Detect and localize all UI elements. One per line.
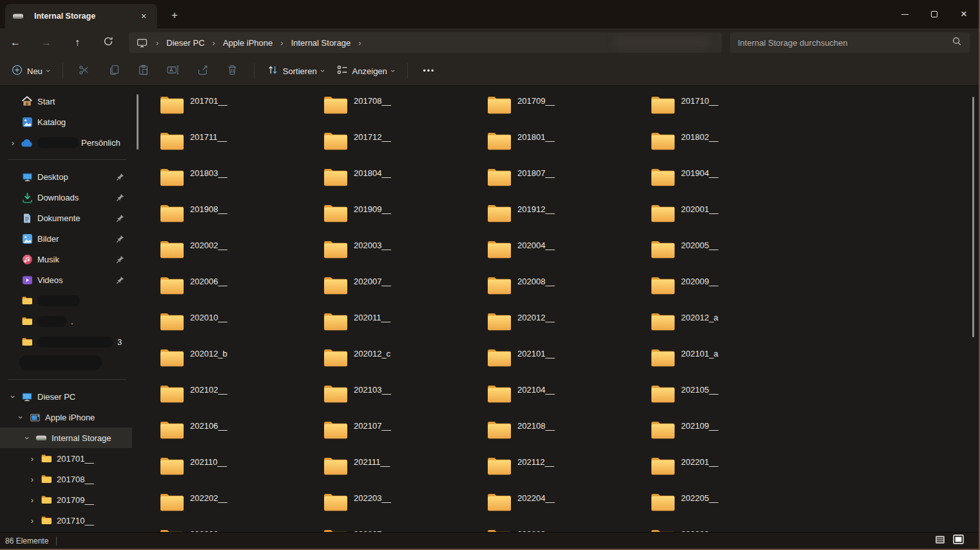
folder-item-202105[interactable]: 202105__ (649, 375, 812, 411)
folder-item-202006[interactable]: 202006__ (158, 267, 322, 303)
folder-item-202004[interactable]: 202004__ (485, 231, 649, 267)
folder-item-202008[interactable]: 202008__ (485, 267, 649, 303)
folder-item-202111[interactable]: 202111__ (322, 447, 485, 484)
sidebar-item-katalog[interactable]: Katalog (0, 112, 132, 132)
back-button[interactable]: ← (3, 31, 28, 54)
breadcrumb-internal-storage[interactable]: Internal Storage (287, 36, 355, 50)
tab-close-icon[interactable]: × (137, 9, 151, 23)
folder-item-201908[interactable]: 201908__ (158, 195, 322, 231)
sidebar-item-dieser-pc[interactable]: ›Dieser PC (0, 386, 132, 407)
new-button[interactable]: Neu › (5, 59, 56, 83)
icons-view-button[interactable] (952, 535, 965, 546)
search-input[interactable] (738, 38, 952, 48)
folder-item-201804[interactable]: 201804__ (322, 159, 485, 195)
folder-item-202204[interactable]: 202204__ (485, 484, 649, 520)
sidebar-item-redacted[interactable]: 3 (0, 331, 132, 352)
sidebar-item-201701[interactable]: ›201701__ (0, 448, 132, 469)
sort-button[interactable]: Sortieren › (261, 59, 331, 83)
chevron-right-icon[interactable]: › (31, 496, 34, 504)
breadcrumb[interactable]: › Dieser PC › Apple iPhone › Internal St… (129, 32, 722, 53)
folder-item-202002[interactable]: 202002__ (158, 231, 322, 267)
sidebar-item-videos[interactable]: Videos (0, 270, 132, 290)
folder-item-201711[interactable]: 201711__ (158, 123, 322, 159)
folder-item-202107[interactable]: 202107__ (322, 411, 485, 447)
folder-item-201710[interactable]: 201710__ (649, 86, 812, 123)
sidebar-item-201710[interactable]: ›201710__ (0, 510, 132, 531)
sidebar-item-desktop[interactable]: Desktop (0, 166, 132, 187)
rename-button[interactable] (159, 59, 188, 83)
sidebar-item-start[interactable]: Start (0, 91, 132, 112)
chevron-right-icon[interactable]: › (31, 516, 34, 525)
folder-item-202104[interactable]: 202104__ (485, 375, 649, 411)
folder-item-202202[interactable]: 202202__ (158, 484, 322, 520)
breadcrumb-dieser-pc[interactable]: Dieser PC (162, 36, 208, 50)
folder-item-202101[interactable]: 202101__ (485, 339, 649, 375)
folder-item-201701[interactable]: 201701__ (158, 86, 322, 123)
sidebar-scrollbar[interactable] (137, 94, 139, 150)
more-options-button[interactable]: ••• (414, 59, 444, 83)
chevron-right-icon[interactable]: › (31, 475, 34, 484)
folder-item-202201[interactable]: 202201__ (649, 447, 812, 484)
folder-item-202012-a[interactable]: 202012_a (649, 303, 812, 339)
folder-item-202110[interactable]: 202110__ (158, 447, 322, 484)
folder-item-201801[interactable]: 201801__ (485, 123, 649, 159)
details-view-button[interactable] (934, 535, 946, 546)
folder-item-201909[interactable]: 201909__ (322, 195, 485, 231)
folder-item-201912[interactable]: 201912__ (485, 195, 649, 231)
refresh-button[interactable] (95, 31, 121, 54)
folder-item-202007[interactable]: 202007__ (322, 267, 485, 303)
sidebar-item-redacted[interactable] (0, 290, 132, 311)
sidebar-item-redacted[interactable]: . (0, 311, 132, 331)
folder-item-202101-a[interactable]: 202101_a (649, 339, 812, 375)
sidebar-item-apple-iphone[interactable]: ›Apple iPhone (0, 407, 132, 427)
search-box[interactable] (730, 32, 970, 53)
folder-item-201807[interactable]: 201807__ (485, 159, 649, 195)
folder-item-202010[interactable]: 202010__ (158, 303, 322, 339)
tab-internal-storage[interactable]: Internal Storage × (5, 4, 157, 28)
chevron-right-icon[interactable]: › (31, 455, 34, 463)
sidebar-item-internal-storage[interactable]: ›Internal Storage (0, 427, 132, 448)
sidebar-item-bilder[interactable]: Bilder (0, 228, 132, 249)
main-scrollbar[interactable] (972, 97, 974, 337)
view-button[interactable]: Anzeigen › (331, 59, 401, 83)
folder-item-202206[interactable]: 202206__ (158, 520, 322, 532)
folder-item-202208[interactable]: 202208__ (485, 520, 649, 532)
chevron-right-icon[interactable]: › (12, 139, 14, 147)
folder-item-202103[interactable]: 202103__ (322, 375, 485, 411)
folder-item-202001[interactable]: 202001__ (649, 195, 812, 231)
breadcrumb-apple-iphone[interactable]: Apple iPhone (219, 36, 276, 50)
sidebar-item-dokumente[interactable]: Dokumente (0, 208, 132, 228)
sidebar-item-downloads[interactable]: Downloads (0, 187, 132, 208)
folder-item-202209[interactable]: 202209__ (649, 520, 812, 532)
close-button[interactable]: × (949, 0, 979, 28)
chevron-down-icon[interactable]: › (9, 395, 17, 398)
up-button[interactable]: ↑ (64, 31, 90, 54)
sidebar-item-redacted[interactable] (0, 352, 132, 373)
folder-item-201708[interactable]: 201708__ (322, 86, 485, 123)
folder-item-202005[interactable]: 202005__ (649, 231, 812, 267)
folder-item-202102[interactable]: 202102__ (158, 375, 322, 411)
folder-item-201803[interactable]: 201803__ (158, 159, 322, 195)
folder-item-202011[interactable]: 202011__ (322, 303, 485, 339)
forward-button[interactable]: → (34, 31, 59, 54)
folder-item-202012[interactable]: 202012__ (485, 303, 649, 339)
delete-button[interactable] (218, 59, 247, 83)
sidebar-item-pers-nlich[interactable]: ›Persönlich (0, 132, 132, 153)
cut-button[interactable] (70, 59, 99, 83)
minimize-button[interactable] (890, 0, 919, 28)
folder-item-202203[interactable]: 202203__ (322, 484, 485, 520)
maximize-button[interactable] (919, 0, 949, 28)
sidebar-item-201708[interactable]: ›201708__ (0, 469, 132, 489)
folder-item-201712[interactable]: 201712__ (322, 123, 485, 159)
folder-item-202009[interactable]: 202009__ (649, 267, 812, 303)
new-tab-button[interactable]: + (165, 6, 184, 25)
copy-button[interactable] (99, 59, 129, 83)
folder-item-202207[interactable]: 202207__ (322, 520, 485, 532)
folder-item-202106[interactable]: 202106__ (158, 411, 322, 447)
sidebar-item-musik[interactable]: Musik (0, 249, 132, 270)
chevron-down-icon[interactable]: › (17, 416, 25, 418)
folder-item-202108[interactable]: 202108__ (485, 411, 649, 447)
share-button[interactable] (188, 59, 218, 83)
folder-item-202112[interactable]: 202112__ (485, 447, 649, 484)
chevron-down-icon[interactable]: › (23, 437, 32, 439)
